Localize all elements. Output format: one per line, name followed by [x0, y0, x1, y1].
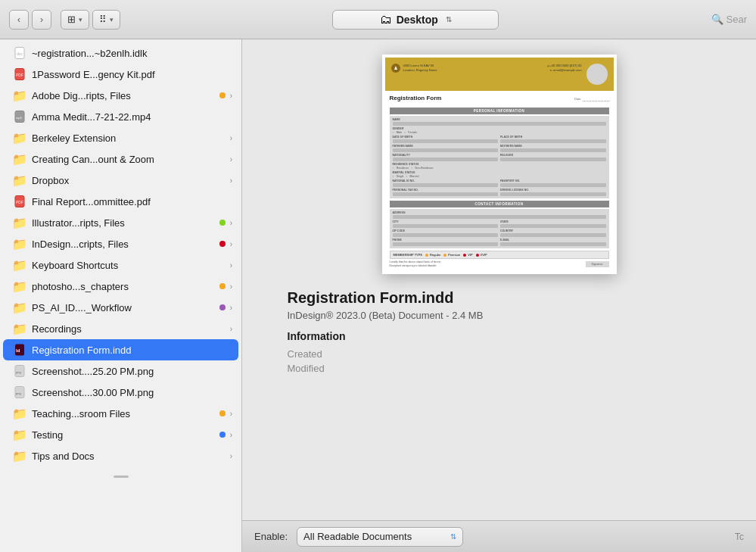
- dob-field: DATE OF BIRTH: [393, 136, 499, 143]
- item-dot: [219, 92, 226, 98]
- parents-row: FATHERS NAME MOTHERS NAME: [393, 145, 606, 152]
- signature-box: Signature: [586, 261, 609, 267]
- search-area: 🔍 Sear: [711, 14, 747, 25]
- view-buttons: ⊞ ▾ ⠿ ▾: [61, 10, 120, 30]
- sidebar-item-ps-ai-id[interactable]: 📁 PS_AI_ID...._Workflow ›: [3, 297, 238, 318]
- grid-view-icon: ⠿: [99, 14, 107, 25]
- sidebar-item-amma-mp4[interactable]: mp4 Amma Medit...7-21-22.mp4: [3, 106, 238, 127]
- folder-icon: 📁: [12, 279, 27, 294]
- residence-row: RESIDENCE STATUS ○Residence○Non-Residenc…: [393, 163, 606, 170]
- signature-text: I certify that the above stated facts of…: [390, 260, 441, 268]
- forward-icon: ›: [40, 14, 43, 25]
- sidebar-item-photoshop[interactable]: 📁 photosho...s_chapters ›: [3, 276, 238, 297]
- select-arrows-icon: ⇅: [450, 532, 456, 541]
- sidebar-item-registration-idlk[interactable]: doc ~registration...~b2enlh.idlk: [3, 42, 238, 64]
- svg-text:png: png: [16, 391, 21, 395]
- location-name: Desktop: [397, 14, 438, 26]
- date-line: [583, 97, 609, 101]
- residence-field: RESIDENCE STATUS ○Residence○Non-Residenc…: [393, 163, 499, 170]
- column-view-icon: ⊞: [67, 14, 76, 25]
- sidebar-item-keyboard-shortcuts[interactable]: 📁 Keyboard Shortcuts ›: [3, 254, 238, 276]
- search-placeholder: Sear: [726, 14, 747, 25]
- chevron-right-icon: ›: [230, 304, 232, 312]
- name-field: NAME: [393, 118, 606, 126]
- sidebar-item-creating-can[interactable]: 📁 Creating Can...ount & Zoom ›: [3, 148, 238, 170]
- location-bar: 🗂 Desktop ⇅: [126, 10, 705, 30]
- folder-icon: 📁: [12, 215, 27, 230]
- mothers-name-field: MOTHERS NAME: [500, 145, 606, 152]
- svg-text:png: png: [16, 370, 21, 374]
- sidebar-item-label: Teaching...sroom Files: [32, 408, 215, 419]
- sidebar-item-label: Keyboard Shortcuts: [32, 260, 226, 271]
- form-header: #000 Lorem St KAV 00Location, Regency Na…: [385, 58, 614, 91]
- phone-email-row: PHONE E-MAIL: [393, 239, 606, 246]
- svg-text:PDF: PDF: [16, 73, 23, 77]
- form-contact: p.+00 000 0000 (EXT) 00e. email@example.…: [547, 64, 581, 73]
- registration-form-preview: #000 Lorem St KAV 00Location, Regency Na…: [385, 58, 614, 268]
- chevron-right-icon: ›: [230, 282, 232, 291]
- sidebar-item-recordings[interactable]: 📁 Recordings ›: [3, 318, 238, 339]
- enable-label: Enable:: [254, 531, 288, 542]
- sidebar-item-berkeley[interactable]: 📁 Berkeley Extension ›: [3, 127, 238, 148]
- license-field: DRIVING LICENSE NO.: [500, 189, 606, 196]
- sidebar-item-final-report-pdf[interactable]: PDF Final Report...ommittee.pdf: [3, 191, 238, 212]
- spacer3: [500, 171, 606, 178]
- pdf-icon: PDF: [12, 67, 27, 82]
- sidebar-item-label: Tips and Docs: [32, 451, 226, 462]
- tax-field: PERSONAL TAX NO.: [393, 189, 499, 196]
- personal-info-header: PERSONAL INFORMATION: [390, 108, 609, 114]
- column-view-chevron: ▾: [79, 16, 82, 23]
- nationality-field: NATIONALITY: [393, 154, 499, 161]
- chevron-right-icon: ›: [230, 261, 232, 270]
- sidebar-item-label: Illustrator...ripts, Files: [32, 217, 215, 229]
- chevron-right-icon: ›: [230, 219, 232, 227]
- toolbar: ‹ › ⊞ ▾ ⠿ ▾ 🗂 Desktop ⇅ 🔍: [0, 0, 756, 39]
- sidebar-item-registration-indd[interactable]: Id Registration Form.indd: [3, 339, 238, 360]
- column-view-button[interactable]: ⊞ ▾: [61, 10, 89, 30]
- search-button[interactable]: 🔍 Sear: [711, 14, 747, 25]
- sidebar-item-tips-and-docs[interactable]: 📁 Tips and Docs ›: [3, 445, 238, 466]
- contact-fields: ADDRESS CITY STATE: [390, 209, 609, 248]
- location-selector[interactable]: 🗂 Desktop ⇅: [332, 10, 499, 30]
- sidebar-item-label: InDesign...cripts, Files: [32, 239, 215, 250]
- membership-row: MEMBERSHIP TYPE Regular Premium: [390, 251, 609, 259]
- folder-icon: 📁: [12, 257, 27, 273]
- membership-regular: Regular: [425, 253, 440, 257]
- signature-row: I certify that the above stated facts of…: [390, 260, 609, 268]
- sidebar-item-screenshot2[interactable]: png Screenshot....30.00 PM.png: [3, 382, 238, 403]
- folder-icon: 📁: [12, 448, 27, 463]
- folder-icon: 📁: [12, 427, 27, 442]
- chevron-right-icon: ›: [230, 240, 232, 248]
- file-preview: #000 Lorem St KAV 00Location, Regency Na…: [382, 55, 617, 274]
- city-state-row: CITY STATE: [393, 220, 606, 228]
- finder-window: ‹ › ⊞ ▾ ⠿ ▾ 🗂 Desktop ⇅ 🔍: [0, 0, 756, 552]
- sidebar-item-illustrator[interactable]: 📁 Illustrator...ripts, Files ›: [3, 212, 238, 233]
- forward-button[interactable]: ›: [32, 10, 51, 30]
- sidebar-item-testing[interactable]: 📁 Testing ›: [3, 424, 238, 445]
- sidebar-item-1password-pdf[interactable]: PDF 1Password E...gency Kit.pdf: [3, 64, 238, 85]
- sidebar-item-screenshot1[interactable]: png Screenshot....25.20 PM.png: [3, 360, 238, 382]
- created-label: Created: [288, 348, 348, 360]
- spacer-field: [500, 127, 606, 134]
- sidebar-item-adobe-dig[interactable]: 📁 Adobe Dig...ripts, Files ›: [3, 85, 238, 106]
- chevron-right-icon: ›: [230, 134, 232, 142]
- grid-view-chevron: ▾: [110, 16, 114, 23]
- form-main-title: Registration Form: [390, 95, 442, 101]
- grid-view-button[interactable]: ⠿ ▾: [92, 10, 120, 30]
- folder-icon: 📁: [12, 151, 27, 167]
- enable-select[interactable]: All Readable Documents ⇅: [297, 527, 463, 547]
- sidebar-item-label: Registration Form.indd: [32, 345, 232, 356]
- item-dot: [219, 220, 226, 226]
- form-title-section: Registration Form Date: [385, 91, 614, 105]
- sidebar-item-teaching[interactable]: 📁 Teaching...sroom Files ›: [3, 403, 238, 424]
- phone-field: PHONE: [393, 239, 499, 246]
- folder-icon: 📁: [12, 321, 27, 336]
- resize-handle: [114, 476, 129, 478]
- sidebar-item-label: PS_AI_ID...._Workflow: [32, 302, 215, 313]
- sidebar-item-dropbox[interactable]: 📁 Dropbox ›: [3, 170, 238, 191]
- sidebar-item-label: Screenshot....25.20 PM.png: [32, 366, 232, 377]
- bottom-bar: Enable: All Readable Documents ⇅ Tc: [242, 520, 756, 552]
- sidebar-item-indesign[interactable]: 📁 InDesign...cripts, Files ›: [3, 233, 238, 254]
- back-button[interactable]: ‹: [9, 10, 29, 30]
- pdf-icon: PDF: [12, 194, 27, 209]
